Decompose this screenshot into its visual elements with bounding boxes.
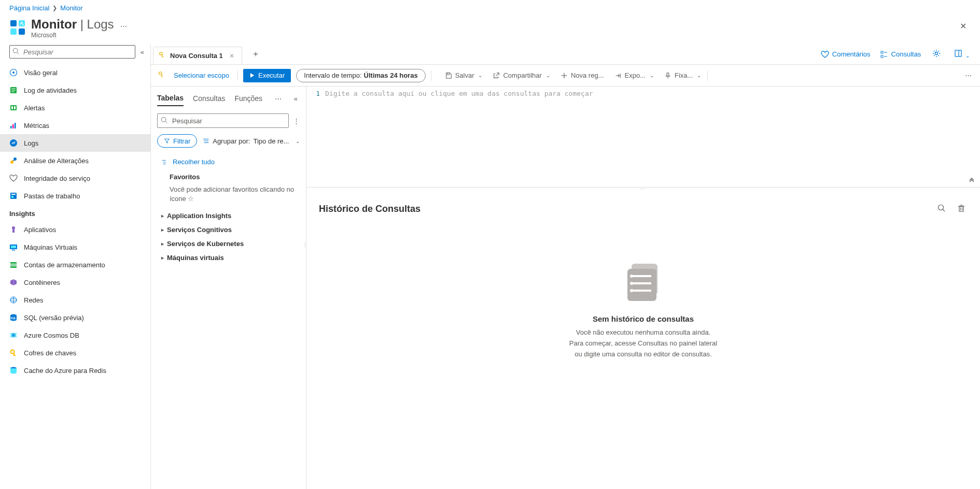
time-range-picker[interactable]: Intervalo de tempo:Últimas 24 horas xyxy=(296,69,425,82)
new-rule-button[interactable]: Nova reg... xyxy=(556,69,608,81)
share-icon xyxy=(493,72,500,79)
tree-category[interactable]: Serviços Cognitivos xyxy=(161,223,300,237)
schema-tab-functions[interactable]: Funções xyxy=(234,91,262,106)
svg-rect-23 xyxy=(11,196,13,198)
collapse-editor-button[interactable] xyxy=(969,176,975,184)
page-title: Monitor | Logs xyxy=(31,17,114,32)
collapse-all-button[interactable]: Recolher tudo xyxy=(161,156,300,171)
schema-search-more[interactable]: ⋮ xyxy=(293,117,300,125)
nav-activity-log[interactable]: Log de atividades xyxy=(0,81,150,99)
tree-category[interactable]: Application Insights xyxy=(161,209,300,223)
group-by-dropdown[interactable]: Agrupar por: Tipo de re... ⌄ xyxy=(202,137,300,145)
activity-log-icon xyxy=(9,86,18,94)
editor-placeholder: Digite a consulta aqui ou clique em uma … xyxy=(325,90,980,97)
nav-label: Contas de armazenamento xyxy=(24,261,105,269)
redis-icon xyxy=(9,366,18,375)
nav-logs[interactable]: Logs xyxy=(0,134,150,152)
nav-change-analysis[interactable]: Análise de Alterações xyxy=(0,152,150,169)
query-tab[interactable]: Nova Consulta 1 ✕ xyxy=(153,47,242,64)
logs-icon xyxy=(9,139,18,147)
nav-alerts[interactable]: Alertas xyxy=(0,99,150,117)
svg-rect-29 xyxy=(10,262,17,264)
header-more-button[interactable]: ⋯ xyxy=(120,22,128,30)
queries-button[interactable]: Consultas xyxy=(880,50,921,59)
nav-redis-cache[interactable]: Cache do Azure para Redis xyxy=(0,362,150,379)
nav-sql[interactable]: SQLSQL (versão prévia) xyxy=(0,309,150,326)
run-button[interactable]: Executar xyxy=(243,69,291,82)
panels-button[interactable]: ⌄ xyxy=(952,47,972,61)
svg-rect-16 xyxy=(12,124,14,128)
svg-rect-76 xyxy=(627,269,656,301)
results-title: Histórico de Consultas xyxy=(319,204,421,214)
nav-storage-accounts[interactable]: Contas de armazenamento xyxy=(0,256,150,274)
nav-label: Aplicativos xyxy=(24,226,56,234)
query-editor[interactable]: 1 Digite a consulta aqui ou clique em um… xyxy=(306,87,980,188)
nav-virtual-machines[interactable]: Máquinas Virtuais xyxy=(0,238,150,256)
applications-icon xyxy=(9,225,18,234)
sidebar-search[interactable] xyxy=(9,45,135,59)
svg-rect-3 xyxy=(19,28,25,35)
sidebar-search-input[interactable] xyxy=(9,45,135,59)
svg-rect-1 xyxy=(19,20,25,26)
content-area: Nova Consulta 1 ✕ ＋ Comentários Consulta… xyxy=(150,44,980,489)
svg-point-81 xyxy=(630,282,633,285)
svg-rect-70 xyxy=(959,207,963,211)
delete-history-button[interactable] xyxy=(955,202,968,216)
workbooks-icon xyxy=(9,192,18,200)
tree-category[interactable]: Serviços de Kubernetes xyxy=(161,237,300,251)
collapse-schema-button[interactable]: « xyxy=(292,94,300,104)
filter-button[interactable]: Filtrar xyxy=(157,134,197,148)
svg-point-19 xyxy=(10,161,13,164)
schema-panel: Tabelas Consultas Funções ⋯ « ⋮ xyxy=(151,87,306,489)
schema-tab-tables[interactable]: Tabelas xyxy=(157,91,184,106)
save-button[interactable]: Salvar⌄ xyxy=(441,69,487,81)
nav-overview[interactable]: Visão geral xyxy=(0,64,150,81)
feedback-button[interactable]: Comentários xyxy=(821,50,871,59)
nav-workbooks[interactable]: Pastas de trabalho xyxy=(0,187,150,205)
nav-service-health[interactable]: Integridade do serviço xyxy=(0,169,150,187)
nav-cosmos-db[interactable]: Azure Cosmos DB xyxy=(0,326,150,344)
export-button[interactable]: Expo...⌄ xyxy=(610,69,658,81)
svg-line-69 xyxy=(943,210,945,212)
svg-rect-52 xyxy=(955,50,961,56)
select-scope-link[interactable]: Selecionar escopo xyxy=(174,71,229,79)
plus-icon xyxy=(561,72,568,79)
nav-label: Integridade do serviço xyxy=(24,175,90,182)
tab-close-button[interactable]: ✕ xyxy=(227,51,236,61)
search-icon xyxy=(937,204,946,212)
svg-point-68 xyxy=(939,205,944,210)
new-tab-button[interactable]: ＋ xyxy=(247,47,264,62)
nav-applications[interactable]: Aplicativos xyxy=(0,221,150,238)
close-button[interactable]: ✕ xyxy=(957,18,970,34)
toolbar-more-button[interactable]: ⋯ xyxy=(963,69,975,81)
pin-button[interactable]: Fixa...⌄ xyxy=(660,69,705,81)
schema-more-button[interactable]: ⋯ xyxy=(275,95,283,103)
search-history-button[interactable] xyxy=(935,202,948,216)
pin-icon xyxy=(664,72,671,79)
settings-button[interactable] xyxy=(930,47,943,61)
nav-label: Alertas xyxy=(24,104,45,112)
service-health-icon xyxy=(9,174,18,182)
svg-rect-12 xyxy=(10,105,17,110)
schema-tab-queries[interactable]: Consultas xyxy=(193,91,225,106)
nav-metrics[interactable]: Métricas xyxy=(0,117,150,134)
key-icon xyxy=(159,51,166,60)
nav-label: Cache do Azure para Redis xyxy=(24,367,106,375)
nav-label: Pastas de trabalho xyxy=(24,192,80,200)
breadcrumb-current[interactable]: Monitor xyxy=(60,4,82,12)
nav-label: Métricas xyxy=(24,122,49,130)
networks-icon xyxy=(9,296,18,304)
breadcrumb-home[interactable]: Página Inicial xyxy=(9,4,49,12)
nav-containers[interactable]: Contêineres xyxy=(0,274,150,291)
svg-line-5 xyxy=(17,52,19,54)
nav-networks[interactable]: Redes xyxy=(0,291,150,309)
nav-key-vaults[interactable]: Cofres de chaves xyxy=(0,344,150,362)
tab-title: Nova Consulta 1 xyxy=(170,52,223,60)
schema-search-input[interactable] xyxy=(157,113,289,128)
svg-point-82 xyxy=(630,289,633,292)
vertical-resize-handle[interactable]: ⋯ xyxy=(306,188,980,193)
collapse-sidebar-button[interactable]: « xyxy=(141,48,144,56)
tree-category[interactable]: Máquinas virtuais xyxy=(161,251,300,265)
svg-rect-30 xyxy=(10,264,17,266)
share-button[interactable]: Compartilhar⌄ xyxy=(488,69,554,81)
